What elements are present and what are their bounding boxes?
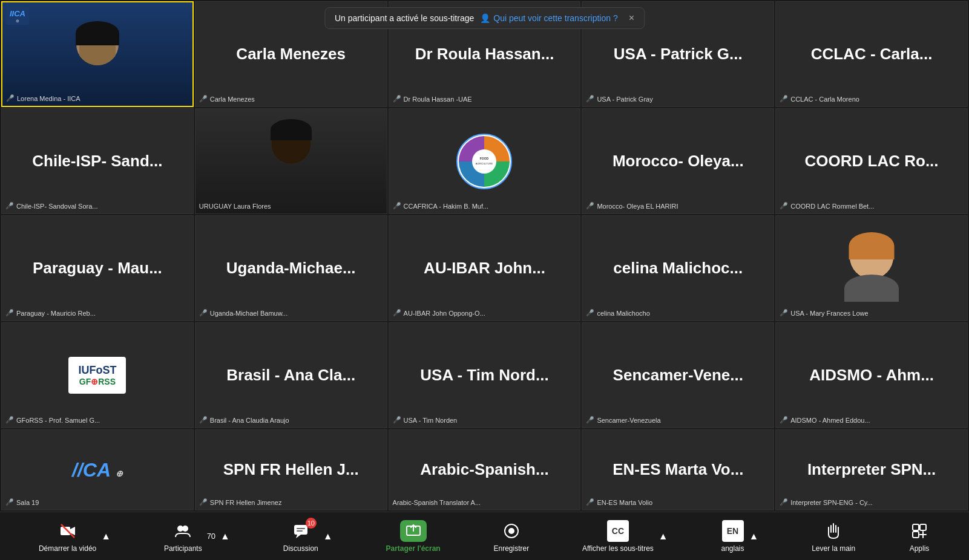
video-cell-uganda[interactable]: Uganda-Michae... 🎤 Uganda-Michael Bamuw.… <box>195 215 387 321</box>
participants-caret[interactable]: ▲ <box>220 531 230 542</box>
name-large-morocco: Morocco- Oleya... <box>606 152 750 171</box>
language-button[interactable]: EN anglais <box>721 520 744 553</box>
svg-text:AGRICULTURE: AGRICULTURE <box>476 162 493 165</box>
video-cell-sencamer[interactable]: Sencamer-Vene... 🎤 Sencamer-Venezuela <box>582 322 774 428</box>
video-cell-gforss[interactable]: IUFoST GF⊕RSS 🎤 GFoRSS - Prof. Samuel G.… <box>1 322 194 428</box>
participants-label: Participants <box>164 544 202 553</box>
video-off-icon <box>57 520 79 542</box>
captions-caret[interactable]: ▲ <box>659 531 668 542</box>
participant-name-sencamer: 🎤 Sencamer-Venezuela <box>586 416 660 424</box>
mic-muted-icon2: 🎤 <box>393 95 401 103</box>
name-large-arabic: Arabic-Spanish... <box>414 460 554 479</box>
record-button[interactable]: Enregistrer <box>494 520 530 553</box>
captions-label: Afficher les sous-titres <box>582 544 654 553</box>
participants-group: Participants 70 ▲ <box>164 520 230 553</box>
video-cell-mary[interactable]: 🎤 USA - Mary Frances Lowe <box>775 215 968 321</box>
video-caret[interactable]: ▲ <box>101 531 111 542</box>
video-cell-uruguay[interactable]: URUGUAY Laura Flores <box>195 108 387 214</box>
mic-muted-icon18: 🎤 <box>393 416 401 424</box>
discussion-button[interactable]: 10 Discussion <box>283 520 318 553</box>
participant-name-coord: 🎤 COORD LAC Rommel Bet... <box>780 202 874 210</box>
notification-bar: Un participant a activé le sous-titrage … <box>324 7 645 29</box>
participant-name-auibar: 🎤 AU-IBAR John Oppong-O... <box>393 309 485 317</box>
name-large-spnfr: SPN FR Hellen J... <box>217 460 365 479</box>
participant-name-mary: 🎤 USA - Mary Frances Lowe <box>780 309 868 317</box>
video-cell-chile[interactable]: Chile-ISP- Sand... 🎤 Chile-ISP- Sandoval… <box>1 108 194 214</box>
participant-name-uganda: 🎤 Uganda-Michael Bamuw... <box>199 309 287 317</box>
who-link[interactable]: 👤 Qui peut voir cette transcription ? <box>480 13 617 23</box>
video-cell-spnfr[interactable]: SPN FR Hellen J... 🎤 SPN FR Hellen Jimen… <box>195 429 387 510</box>
video-cell-tim[interactable]: USA - Tim Nord... 🎤 USA - Tim Norden <box>389 322 581 428</box>
video-cell-paraguay[interactable]: Paraguay - Mau... 🎤 Paraguay - Mauricio … <box>1 215 194 321</box>
language-caret[interactable]: ▲ <box>749 531 759 542</box>
apps-icon <box>908 520 930 542</box>
svg-rect-18 <box>913 532 919 538</box>
video-cell-sala19[interactable]: //CA ⊕ 🎤 Sala 19 <box>1 429 194 510</box>
participant-name-chile: 🎤 Chile-ISP- Sandoval Sora... <box>5 202 98 210</box>
name-large-celina: celina Malichoc... <box>607 259 749 278</box>
name-large-chile: Chile-ISP- Sand... <box>26 152 168 171</box>
video-cell-lorena[interactable]: IICA ⊕ 🎤 Lorena Medina - IICA <box>1 1 194 107</box>
participant-name-ccafrica: 🎤 CCAFRICA - Hakim B. Muf... <box>393 202 489 210</box>
video-cell-ccafrica[interactable]: FOOD AGRICULTURE 🎤 CCAFRICA - Hakim B. M… <box>389 108 581 214</box>
record-label: Enregistrer <box>494 544 530 553</box>
captions-group: CC Afficher les sous-titres ▲ <box>582 520 668 553</box>
food-circle-logo: FOOD AGRICULTURE <box>454 131 514 192</box>
iica-video-bg <box>2 2 192 106</box>
video-toggle-button[interactable]: Démarrer la vidéo <box>39 520 96 553</box>
mic-muted-icon16: 🎤 <box>5 416 14 424</box>
mic-muted-icon17: 🎤 <box>199 416 208 424</box>
participants-button[interactable]: Participants <box>164 520 202 553</box>
video-cell-arabic[interactable]: Arabic-Spanish... Arabic-Spanish Transla… <box>389 429 581 510</box>
share-label: Partager l'écran <box>386 544 440 553</box>
discussion-caret[interactable]: ▲ <box>323 531 333 542</box>
mic-muted-icon25: 🎤 <box>780 498 788 506</box>
captions-icon: CC <box>607 520 629 542</box>
apps-label: Applis <box>910 544 930 553</box>
video-cell-aidsmo[interactable]: AIDSMO - Ahm... 🎤 AIDSMO - Ahmed Eddou..… <box>775 322 968 428</box>
video-cell-cclac[interactable]: CCLAC - Carla... 🎤 CCLAC - Carla Moreno <box>775 1 968 107</box>
svg-point-1 <box>472 149 496 174</box>
video-cell-auibar[interactable]: AU-IBAR John... 🎤 AU-IBAR John Oppong-O.… <box>389 215 581 321</box>
video-cell-enes[interactable]: EN-ES Marta Vo... 🎤 EN-ES Marta Volio <box>582 429 774 510</box>
participants-count: 70 <box>207 532 215 541</box>
participant-name-morocco: 🎤 Morocco- Oleya EL HARIRI <box>586 202 678 210</box>
svg-rect-17 <box>920 524 926 530</box>
chat-icon: 10 <box>290 520 312 542</box>
share-screen-button[interactable]: Partager l'écran <box>386 520 440 553</box>
language-group: EN anglais ▲ <box>721 520 758 553</box>
name-large-roula: Dr Roula Hassan... <box>409 45 560 63</box>
captions-button[interactable]: CC Afficher les sous-titres <box>582 520 654 553</box>
video-cell-morocco[interactable]: Morocco- Oleya... 🎤 Morocco- Oleya EL HA… <box>582 108 774 214</box>
mic-muted-icon11: 🎤 <box>5 309 14 317</box>
close-notification-button[interactable]: × <box>629 13 634 24</box>
discussion-badge: 10 <box>306 518 317 529</box>
video-cell-interpreter[interactable]: Interpreter SPN... 🎤 Interpreter SPN-ENG… <box>775 429 968 510</box>
mic-muted-icon3: 🎤 <box>586 95 594 103</box>
mic-muted-icon19: 🎤 <box>586 416 594 424</box>
person-icon: 👤 <box>480 13 490 23</box>
participant-name-carla: 🎤 Carla Menezes <box>199 95 255 103</box>
name-large-tim: USA - Tim Nord... <box>414 366 554 385</box>
mic-muted-icon20: 🎤 <box>780 416 788 424</box>
record-icon <box>501 520 522 542</box>
video-cell-brasil[interactable]: Brasil - Ana Cla... 🎤 Brasil - Ana Claud… <box>195 322 387 428</box>
video-cell-coord[interactable]: COORD LAC Ro... 🎤 COORD LAC Rommel Bet..… <box>775 108 968 214</box>
mic-muted-icon5: 🎤 <box>5 202 14 210</box>
mic-muted-icon: 🎤 <box>199 95 208 103</box>
svg-point-15 <box>508 528 514 534</box>
participant-name-spnfr: 🎤 SPN FR Hellen Jimenez <box>199 498 282 506</box>
mic-muted-icon14: 🎤 <box>586 309 594 317</box>
apps-button[interactable]: Applis <box>908 520 930 553</box>
hand-label: Lever la main <box>812 544 855 553</box>
video-cell-celina[interactable]: celina Malichoc... 🎤 celina Malichocho <box>582 215 774 321</box>
participant-name-enes: 🎤 EN-ES Marta Volio <box>586 498 652 506</box>
participants-icon <box>172 520 194 542</box>
name-large-cclac: CCLAC - Carla... <box>805 45 939 63</box>
svg-point-8 <box>182 526 188 532</box>
participant-name-brasil: 🎤 Brasil - Ana Claudia Araujo <box>199 416 289 424</box>
who-link-text: Qui peut voir cette transcription ? <box>493 13 617 23</box>
name-large-sencamer: Sencamer-Vene... <box>607 366 749 385</box>
svg-rect-12 <box>297 530 303 532</box>
raise-hand-button[interactable]: Lever la main <box>812 520 855 553</box>
